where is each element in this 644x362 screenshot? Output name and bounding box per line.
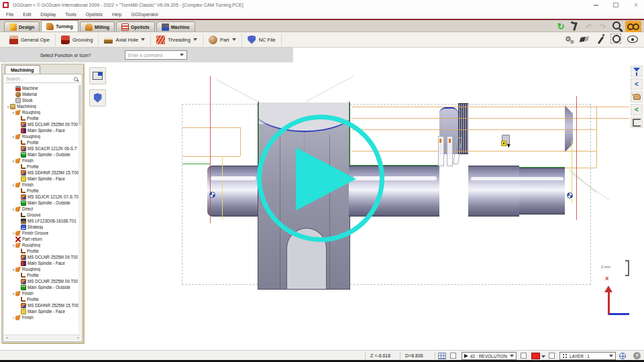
collapse-icon[interactable]: v [11,111,15,115]
command-combobox[interactable]: Enter a command [125,50,187,60]
tree-item[interactable]: Profile [4,296,78,302]
menu-go2operator[interactable]: GO2operator [126,12,163,17]
tree-item[interactable]: Machine [4,85,78,91]
expand-icon[interactable]: > [11,316,15,320]
machine-tools-icon[interactable] [562,34,574,45]
sync-icon[interactable] [555,21,567,32]
redo-icon[interactable] [597,21,609,32]
collapse-icon[interactable]: v [11,135,15,139]
tree-item[interactable]: vRoughing [4,242,78,248]
tree-item[interactable]: vRoughing [4,109,78,115]
tab-design[interactable]: Design [4,21,40,32]
menu-edit[interactable]: Edit [18,12,36,17]
tree-item[interactable]: Main Spindle - Outside [4,200,78,206]
axial-hole-button[interactable]: Axial Hole [99,34,151,46]
tree-item[interactable]: Part return [4,236,78,242]
simulation-button[interactable] [89,67,106,84]
visibility-icon[interactable] [627,34,639,45]
maximize-button[interactable] [610,1,621,9]
tree-item[interactable]: Strategy [4,224,78,230]
tree-item[interactable]: >Finish [4,314,78,320]
nc-file-button[interactable]: NC File [242,34,282,46]
close-button[interactable]: ✕ [631,1,641,9]
collapse-icon[interactable]: v [11,243,15,247]
tree-item[interactable]: Main Spindle - Face [4,308,78,314]
tree-item[interactable]: MS SDJCR 1212K 07-S.T0 [4,194,78,200]
pick-hand-button[interactable] [631,91,643,103]
tree-item[interactable]: vDirect [4,206,78,212]
tab-opelists[interactable]: Opelists [116,21,155,32]
scroll-left-icon[interactable]: < [4,336,10,340]
threading-button[interactable]: Threading [151,34,203,46]
prev-green-button[interactable] [631,104,643,115]
part-button[interactable]: Part [203,34,242,46]
viewport-3d[interactable]: 2 mm X Z [85,62,629,350]
tree-item[interactable]: MS DDHNR 2525M 15.T00 [4,302,78,308]
tree-item[interactable]: vFinish [4,182,78,188]
menu-display[interactable]: Display [36,12,60,17]
tree-item[interactable]: vRoughing [4,266,78,272]
spindle-visibility-checkbox[interactable] [450,353,456,359]
zoom-in-icon[interactable] [611,21,623,32]
search-input[interactable] [4,76,74,81]
help-icon[interactable]: ? [633,352,641,359]
general-ope-button[interactable]: General Ope [4,34,56,46]
prev-blue-button[interactable] [631,78,643,90]
tree-item[interactable]: vFinish [4,290,78,296]
layer-visibility-checkbox[interactable] [549,353,555,359]
spindle-selector[interactable]: #2 : REVOLUTION [462,352,517,360]
tab-milling[interactable]: Milling [80,21,115,32]
grooving-button[interactable]: Grooving [56,34,99,46]
caliper-icon[interactable] [569,21,581,32]
world-view-icon[interactable] [619,352,627,360]
scroll-right-icon[interactable]: > [75,336,81,340]
menu-opelists[interactable]: Opelists [81,12,107,17]
tree-item[interactable]: Main Spindle - Face [4,176,78,182]
tree-item[interactable]: Profile [4,115,78,121]
tree-item[interactable]: MS DCLNR 2525M 09.T00 [4,121,78,127]
tree-item[interactable]: Profile [4,248,78,254]
color-apply-checkbox[interactable] [521,353,527,359]
eraser-icon[interactable] [578,34,590,45]
tree-item[interactable]: Main Spindle - Face [4,127,78,133]
tree-item[interactable]: MS DCLNR 2525M 09.T00 [4,254,78,260]
tab-turning[interactable]: Turning [41,20,78,32]
layer-selector[interactable]: LAYER : 1 [559,352,616,360]
grid-toggle-icon[interactable] [437,352,447,360]
zoom-window-icon[interactable] [610,34,623,45]
tree-item[interactable]: Main Spindle - Outside [4,152,78,158]
collapse-icon[interactable]: v [11,267,15,272]
tree-item[interactable]: MS LF123D08-16168.T01 [4,218,78,224]
tree-item[interactable]: Stock [4,97,78,103]
filter-button[interactable] [631,66,643,77]
tree-item[interactable]: >Finish Groove [4,230,78,236]
menu-help[interactable]: Help [107,12,126,17]
collapse-icon[interactable]: v [11,292,15,296]
collapse-icon[interactable]: v [11,159,15,163]
collapse-icon[interactable]: v [11,183,15,187]
active-color-swatch[interactable] [531,353,540,359]
tree-item[interactable]: Main Spindle - Outside [4,284,78,290]
collapse-icon[interactable]: v [11,207,15,211]
tree-item[interactable]: MS DDHNR 2525M 15.T00 [4,170,78,176]
tree-item[interactable]: vFinish [4,158,78,164]
menu-file[interactable]: File [1,12,18,17]
tree-item[interactable]: vRoughing [4,133,78,139]
tree-item[interactable]: vMachining [4,103,78,109]
nc-protect-button[interactable] [89,89,106,107]
tree-item[interactable]: Profile [4,164,78,170]
tree-item[interactable]: MS DCLNR 2525M 09.T00 [4,278,78,284]
tree-vertical-scrollbar[interactable] [78,85,81,334]
machining-panel-tab[interactable]: Machining [5,65,40,74]
tree-horizontal-scrollbar[interactable]: < > [4,335,81,341]
tree-item[interactable]: Profile [4,139,78,145]
tab-machine[interactable]: Machine [156,21,195,32]
tree-item[interactable]: Profile [4,272,78,278]
tree-item[interactable]: MS SCACR 1212K 06-S.T [4,145,78,152]
tree-item[interactable]: Main Spindle - Face [4,260,78,266]
clean-icon[interactable] [594,34,606,45]
glasses-icon[interactable] [625,21,641,32]
tree-item[interactable]: Profile [4,188,78,194]
minimize-button[interactable] [590,1,601,9]
profile-select-button[interactable] [631,117,643,128]
